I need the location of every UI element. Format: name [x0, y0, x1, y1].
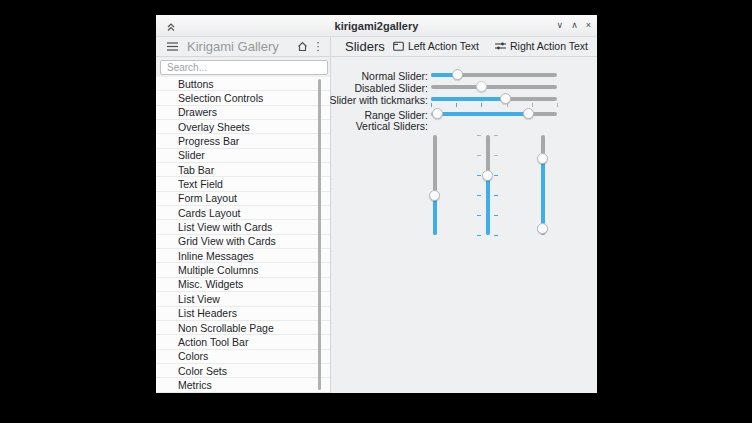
slider-tick — [477, 215, 481, 216]
sidebar-scrollbar[interactable] — [318, 79, 321, 390]
slider-fill — [437, 112, 528, 116]
slider-handle — [476, 81, 487, 92]
slider-tick — [494, 175, 498, 176]
slider-handle[interactable] — [523, 108, 534, 119]
range-slider[interactable] — [431, 108, 557, 120]
list-item[interactable]: Metrics — [156, 378, 330, 392]
document-icon — [393, 41, 404, 51]
sidebar-header: Kirigami Gallery ⋮ — [156, 36, 330, 56]
adjust-icon — [495, 41, 506, 51]
list-item[interactable]: Multiple Columns — [156, 263, 330, 277]
slider-handle[interactable] — [429, 190, 440, 201]
vertical-slider-1[interactable] — [429, 135, 440, 235]
list-item[interactable]: Action Tool Bar — [156, 335, 330, 349]
slider-tick — [477, 135, 481, 136]
slider-track[interactable] — [431, 97, 557, 101]
slider-handle[interactable] — [482, 170, 493, 181]
vertical-slider-2[interactable] — [482, 135, 493, 235]
minimize-button[interactable]: ∨ — [557, 21, 564, 30]
slider-fill — [541, 158, 545, 228]
list-item[interactable]: Slider — [156, 149, 330, 163]
slider-tick — [477, 175, 481, 176]
slider-track[interactable] — [431, 112, 557, 116]
app-title: Kirigami Gallery — [187, 39, 294, 54]
slider-handle[interactable] — [452, 69, 463, 80]
page-header: Sliders Left Action Text Right Action Te… — [331, 36, 597, 56]
slider-tick — [477, 195, 481, 196]
slider-tick — [494, 155, 498, 156]
page-content: Normal Slider: Disabled Slider: Slider w… — [331, 56, 597, 393]
slider-handle[interactable] — [537, 153, 548, 164]
slider-tick — [477, 155, 481, 156]
normal-slider[interactable] — [431, 69, 557, 81]
slider-tick — [494, 235, 498, 236]
list-item[interactable]: Progress Bar — [156, 134, 330, 148]
tickmarks-slider-label: Slider with tickmarks: — [329, 94, 428, 106]
slider-track[interactable] — [431, 85, 557, 89]
slider-handle[interactable] — [537, 223, 548, 234]
titlebar[interactable]: kirigami2gallery ∨∧× — [156, 15, 597, 37]
list-item[interactable]: Drawers — [156, 106, 330, 120]
list-item[interactable]: Color Sets — [156, 364, 330, 378]
list-item[interactable]: Cards Layout — [156, 206, 330, 220]
maximize-button[interactable]: ∧ — [571, 21, 578, 30]
slider-tick — [494, 195, 498, 196]
list-item[interactable]: List View with Cards — [156, 220, 330, 234]
slider-handle[interactable] — [432, 108, 443, 119]
slider-fill — [486, 175, 490, 235]
list-item[interactable]: Overlay Sheets — [156, 120, 330, 134]
slider-track[interactable] — [486, 135, 490, 235]
list-item[interactable]: Tab Bar — [156, 163, 330, 177]
hamburger-icon[interactable] — [164, 38, 180, 54]
keep-above-icon[interactable] — [163, 19, 179, 35]
slider-tick — [494, 135, 498, 136]
window-buttons: ∨∧× — [557, 15, 591, 36]
left-action-button[interactable]: Left Action Text — [393, 40, 479, 52]
header-row: Kirigami Gallery ⋮ Sliders Left Action T… — [156, 36, 597, 57]
close-button[interactable]: × — [586, 21, 591, 30]
slider-track[interactable] — [431, 73, 557, 77]
slider-track[interactable] — [433, 135, 437, 235]
slider-track[interactable] — [541, 135, 545, 235]
list-item[interactable]: Form Layout — [156, 192, 330, 206]
page-title: Sliders — [345, 39, 393, 54]
home-icon[interactable] — [294, 38, 310, 54]
slider-tick — [494, 215, 498, 216]
search-input[interactable] — [160, 60, 328, 75]
slider-tick — [477, 235, 481, 236]
list-item[interactable]: Grid View with Cards — [156, 235, 330, 249]
slider-fill — [431, 97, 505, 101]
vertical-slider-3[interactable] — [537, 135, 548, 235]
slider-fill — [433, 195, 437, 235]
list-item[interactable]: Non Scrollable Page — [156, 321, 330, 335]
right-action-button[interactable]: Right Action Text — [495, 40, 588, 52]
app-window: kirigami2gallery ∨∧× Kirigami Gallery ⋮ … — [156, 15, 597, 393]
sidebar-list: ButtonsSelection ControlsDrawersOverlay … — [156, 77, 330, 393]
slider-tickmarks — [431, 103, 557, 107]
list-item[interactable]: List Headers — [156, 307, 330, 321]
list-item[interactable]: Text Field — [156, 177, 330, 191]
overflow-menu-icon[interactable]: ⋮ — [310, 38, 326, 54]
list-item[interactable]: Buttons — [156, 77, 330, 91]
vertical-sliders-label: Vertical Sliders: — [356, 120, 428, 132]
list-item[interactable]: Colors — [156, 350, 330, 364]
window-title: kirigami2gallery — [156, 20, 597, 32]
list-item[interactable]: Misc. Widgets — [156, 278, 330, 292]
list-item[interactable]: Inline Messages — [156, 249, 330, 263]
list-item[interactable]: List View — [156, 292, 330, 306]
disabled-slider — [431, 81, 557, 93]
list-item[interactable]: Selection Controls — [156, 91, 330, 105]
